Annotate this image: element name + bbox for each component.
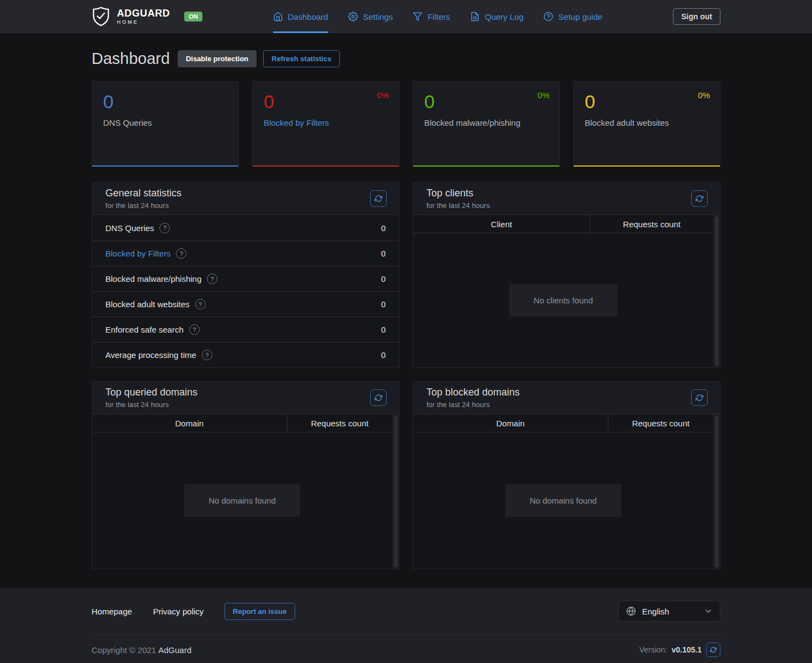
stats-value: 0 bbox=[381, 300, 386, 309]
stats-label-link[interactable]: Blocked by Filters? bbox=[105, 248, 186, 259]
help-circle-icon bbox=[543, 12, 553, 22]
nav-item-settings[interactable]: Settings bbox=[348, 0, 393, 33]
brand-sub: HOME bbox=[117, 20, 170, 25]
refresh-button[interactable] bbox=[370, 389, 387, 406]
top-clients-panel: Top clients for the last 24 hours Client… bbox=[413, 182, 720, 368]
refresh-icon bbox=[696, 195, 703, 202]
language-select[interactable]: English bbox=[618, 601, 720, 622]
empty-message: No domains found bbox=[184, 484, 300, 517]
card-dns-queries: 0 DNS Queries bbox=[92, 81, 239, 167]
refresh-statistics-button[interactable]: Refresh statistics bbox=[263, 50, 339, 67]
language-value: English bbox=[642, 607, 669, 616]
globe-icon bbox=[626, 606, 636, 616]
vertical-scrollbar[interactable] bbox=[713, 414, 720, 569]
stats-row: Average processing time? 0 bbox=[92, 342, 399, 367]
nav-label: Query Log bbox=[485, 12, 523, 22]
nav-label: Setup guide bbox=[558, 12, 602, 22]
refresh-button[interactable] bbox=[370, 190, 387, 207]
card-value: 0 bbox=[424, 90, 548, 113]
card-label-link[interactable]: Blocked by Filters bbox=[264, 118, 388, 127]
shield-check-icon bbox=[92, 6, 110, 27]
card-label: Blocked adult websites bbox=[585, 118, 709, 127]
card-label: DNS Queries bbox=[103, 118, 227, 127]
panel-title: Top queried domains bbox=[105, 387, 197, 399]
empty-message: No clients found bbox=[509, 284, 617, 317]
card-label: Blocked malware/phishing bbox=[424, 118, 548, 127]
column-header-client: Client bbox=[413, 215, 590, 233]
card-blocked-by-filters: 0% 0 Blocked by Filters bbox=[252, 81, 399, 167]
panel-title: General statistics bbox=[105, 188, 181, 200]
report-issue-button[interactable]: Report an issue bbox=[225, 603, 295, 620]
brand-name: ADGUARD bbox=[117, 8, 170, 18]
refresh-icon bbox=[710, 646, 717, 653]
general-statistics-panel: General statistics for the last 24 hours… bbox=[92, 182, 399, 368]
nav-item-filters[interactable]: Filters bbox=[413, 0, 450, 33]
help-icon[interactable]: ? bbox=[176, 248, 186, 259]
card-percent: 0% bbox=[698, 90, 710, 100]
footer: Homepage Privacy policy Report an issue … bbox=[0, 588, 812, 663]
check-updates-button[interactable] bbox=[706, 643, 720, 657]
scrollbar-thumb[interactable] bbox=[394, 415, 398, 568]
stat-cards: 0 DNS Queries 0% 0 Blocked by Filters 0%… bbox=[92, 81, 720, 167]
column-header-requests-count: Requests count bbox=[590, 215, 713, 233]
help-icon[interactable]: ? bbox=[189, 324, 200, 335]
nav-item-dashboard[interactable]: Dashboard bbox=[273, 0, 328, 33]
stats-value: 0 bbox=[381, 325, 386, 334]
top-blocked-domains-panel: Top blocked domains for the last 24 hour… bbox=[413, 381, 720, 569]
stats-row: Enforced safe search? 0 bbox=[92, 317, 399, 342]
column-header-domain: Domain bbox=[413, 414, 608, 432]
refresh-button[interactable] bbox=[691, 190, 708, 207]
stats-label: Average processing time? bbox=[105, 350, 212, 360]
nav-item-query-log[interactable]: Query Log bbox=[470, 0, 523, 33]
stats-value: 0 bbox=[381, 274, 386, 284]
panel-subtitle: for the last 24 hours bbox=[426, 201, 490, 210]
refresh-icon bbox=[696, 394, 703, 402]
help-icon[interactable]: ? bbox=[202, 350, 212, 360]
panel-subtitle: for the last 24 hours bbox=[105, 400, 197, 409]
sign-out-button[interactable]: Sign out bbox=[673, 8, 720, 25]
scrollbar-thumb[interactable] bbox=[715, 415, 719, 568]
main-nav: Dashboard Settings Filters Query Log Set… bbox=[273, 0, 603, 33]
stats-label: Blocked malware/phishing? bbox=[105, 274, 217, 284]
stats-row: Blocked adult websites? 0 bbox=[92, 291, 399, 317]
stats-row: Blocked malware/phishing? 0 bbox=[92, 266, 399, 291]
stats-row: DNS Queries? 0 bbox=[92, 215, 399, 240]
gear-icon bbox=[348, 12, 358, 22]
panel-subtitle: for the last 24 hours bbox=[105, 201, 181, 210]
nav-item-setup-guide[interactable]: Setup guide bbox=[543, 0, 602, 33]
panel-title: Top clients bbox=[426, 188, 490, 200]
help-icon[interactable]: ? bbox=[195, 299, 206, 309]
vertical-scrollbar[interactable] bbox=[713, 215, 720, 367]
panel-subtitle: for the last 24 hours bbox=[426, 400, 520, 409]
help-icon[interactable]: ? bbox=[159, 223, 170, 233]
vertical-scrollbar[interactable] bbox=[392, 414, 399, 569]
home-icon bbox=[273, 12, 283, 22]
version-value: v0.105.1 bbox=[672, 645, 702, 654]
document-icon bbox=[470, 12, 480, 22]
panel-title: Top blocked domains bbox=[426, 387, 520, 399]
scrollbar-thumb[interactable] bbox=[715, 216, 719, 366]
disable-protection-button[interactable]: Disable protection bbox=[178, 50, 257, 67]
adguard-link[interactable]: AdGuard bbox=[158, 645, 191, 655]
homepage-link[interactable]: Homepage bbox=[92, 607, 132, 616]
stats-label: Enforced safe search? bbox=[105, 324, 200, 335]
stats-value: 0 bbox=[381, 350, 386, 360]
stats-row: Blocked by Filters? 0 bbox=[92, 240, 399, 266]
card-value: 0 bbox=[585, 90, 709, 113]
stats-label: DNS Queries? bbox=[105, 223, 170, 233]
card-blocked-adult: 0% 0 Blocked adult websites bbox=[573, 81, 720, 167]
stats-label: Blocked adult websites? bbox=[105, 299, 206, 309]
refresh-button[interactable] bbox=[691, 389, 708, 406]
copyright: Copyright © 2021AdGuard bbox=[92, 645, 191, 655]
card-blocked-malware: 0% 0 Blocked malware/phishing bbox=[413, 81, 560, 167]
nav-label: Filters bbox=[428, 12, 450, 22]
card-percent: 0% bbox=[377, 90, 389, 100]
privacy-policy-link[interactable]: Privacy policy bbox=[153, 607, 204, 616]
protection-status-badge: ON bbox=[184, 12, 202, 22]
help-icon[interactable]: ? bbox=[207, 274, 217, 284]
card-value: 0 bbox=[264, 90, 388, 113]
refresh-icon bbox=[375, 394, 382, 402]
chevron-down-icon bbox=[704, 607, 713, 616]
column-header-requests-count: Requests count bbox=[608, 414, 713, 432]
empty-message: No domains found bbox=[505, 484, 621, 517]
